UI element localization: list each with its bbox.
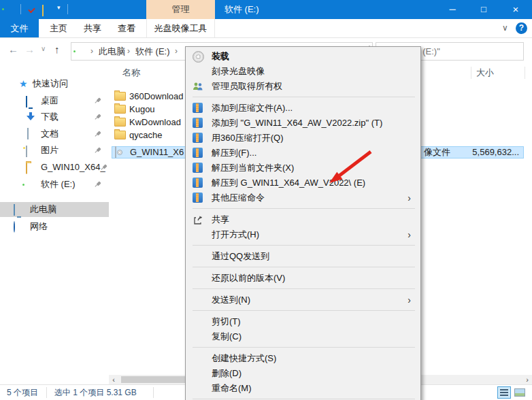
menu-separator xyxy=(193,97,415,97)
window-title: 软件 (E:) xyxy=(225,0,259,19)
sidebar-item-g-win10-folder[interactable]: G_WIN10_X64_ xyxy=(0,160,109,175)
pin-icon xyxy=(92,96,103,107)
sidebar-item-pictures[interactable]: 图片 xyxy=(0,143,109,158)
menu-item-label: 添加到 "G_WIN11_X64_AW_V2022.zip" (T) xyxy=(212,116,382,131)
tab-share[interactable]: 共享 xyxy=(76,19,109,37)
minimize-button[interactable]: ─ xyxy=(437,0,468,19)
menu-separator xyxy=(193,399,415,399)
file-size: 5,569,632... xyxy=(472,147,519,158)
breadcrumb-drive-e[interactable]: 软件 (E:) xyxy=(135,43,170,60)
menu-item-cut[interactable]: 剪切(T) xyxy=(186,314,420,329)
menu-item-label: 其他压缩命令 xyxy=(212,190,265,205)
menu-item-add-to-archive[interactable]: 添加到压缩文件(A)... xyxy=(186,101,420,116)
network-icon xyxy=(14,221,15,233)
menu-item-rename[interactable]: 重命名(M) xyxy=(186,381,420,396)
menu-separator xyxy=(193,310,415,311)
sidebar-item-label: 桌面 xyxy=(41,93,59,108)
menu-item-open-with[interactable]: 打开方式(H) › xyxy=(186,227,420,242)
zip-icon xyxy=(193,178,203,188)
menu-item-label: 解压到当前文件夹(X) xyxy=(212,161,294,176)
new-folder-qat-icon[interactable] xyxy=(42,5,44,16)
pin-icon xyxy=(92,180,103,190)
file-name: Kugou xyxy=(129,103,155,116)
menu-item-mount[interactable]: 装载 xyxy=(186,49,420,64)
computer-icon xyxy=(14,204,15,216)
items-count: 5 个项目 xyxy=(7,385,38,400)
menu-item-label: 装载 xyxy=(212,49,229,64)
people-icon xyxy=(193,82,203,93)
document-icon xyxy=(27,128,29,139)
menu-item-restore-previous-versions[interactable]: 还原以前的版本(V) xyxy=(186,271,420,286)
folder-icon xyxy=(114,118,126,127)
sidebar-item-documents[interactable]: 文档 xyxy=(0,127,109,141)
zip-icon xyxy=(193,133,203,143)
sidebar-item-label: 下载 xyxy=(41,110,59,124)
context-menu: 装载 刻录光盘映像 管理员取得所有权 添加到压缩文件(A)... 添加到 "G_… xyxy=(185,46,421,400)
tab-disc-image-tools[interactable]: 光盘映像工具 xyxy=(146,19,215,37)
sidebar-item-label: 网络 xyxy=(30,219,48,234)
sidebar-item-desktop[interactable]: 桌面 xyxy=(0,93,109,108)
desktop-icon xyxy=(26,96,27,107)
tab-view[interactable]: 查看 xyxy=(110,19,143,37)
history-chevron-icon[interactable]: ∨ xyxy=(41,45,46,52)
up-icon[interactable]: ↑ xyxy=(54,44,60,55)
manage-contextual-tab[interactable]: 管理 xyxy=(146,0,215,19)
menu-item-add-to-named-zip[interactable]: 添加到 "G_WIN11_X64_AW_V2022.zip" (T) xyxy=(186,116,420,131)
menu-separator xyxy=(193,347,415,348)
menu-item-label: 添加到压缩文件(A)... xyxy=(212,101,293,116)
tab-file[interactable]: 文件 xyxy=(0,19,39,37)
maximize-button[interactable]: □ xyxy=(468,0,499,19)
sidebar-item-network[interactable]: 网络 xyxy=(0,219,109,234)
close-button[interactable]: × xyxy=(499,0,532,19)
quick-access-star-icon: ★ xyxy=(19,76,28,91)
scroll-right-icon[interactable]: › xyxy=(522,375,532,384)
menu-item-delete[interactable]: 删除(D) xyxy=(186,366,420,381)
breadcrumb-this-pc[interactable]: 此电脑 xyxy=(99,43,125,60)
menu-item-label: 通过QQ发送到 xyxy=(212,249,269,264)
pin-icon xyxy=(92,129,103,140)
menu-item-take-ownership[interactable]: 管理员取得所有权 xyxy=(186,79,420,94)
selection-summary: 选中 1 个项目 5.31 GB xyxy=(54,385,137,400)
menu-item-send-to[interactable]: 发送到(N) › xyxy=(186,293,420,307)
menu-item-label: 发送到(N) xyxy=(212,293,250,307)
sidebar-item-label: G_WIN10_X64_ xyxy=(41,160,105,175)
menu-separator xyxy=(193,267,415,267)
menu-item-extract-to-named-folder[interactable]: 解压到 G_WIN11_X64_AW_V2022\ (E) xyxy=(186,176,420,190)
sidebar-item-label: 此电脑 xyxy=(30,202,56,217)
menu-item-open-with-360zip[interactable]: 用360压缩打开(Q) xyxy=(186,131,420,146)
collapse-ribbon-chevron-icon[interactable]: ∨ xyxy=(502,23,508,33)
qat-separator xyxy=(67,4,68,14)
back-icon[interactable]: ← xyxy=(8,44,18,55)
sidebar-item-downloads[interactable]: 下载 xyxy=(0,110,109,124)
folder-icon xyxy=(114,105,126,114)
menu-item-extract-here[interactable]: 解压到当前文件夹(X) xyxy=(186,161,420,176)
help-icon[interactable]: ? xyxy=(516,22,527,34)
scroll-left-icon[interactable]: ‹ xyxy=(109,375,118,384)
zip-icon xyxy=(193,148,203,158)
column-header-name[interactable]: 名称 xyxy=(122,65,140,80)
sidebar-item-quick-access[interactable]: ★ 快速访问 xyxy=(0,76,109,91)
pin-icon xyxy=(92,112,103,123)
column-divider[interactable] xyxy=(471,67,471,79)
menu-item-create-shortcut[interactable]: 创建快捷方式(S) xyxy=(186,351,420,366)
menu-item-burn-disc-image[interactable]: 刻录光盘映像 xyxy=(186,64,420,79)
menu-item-extract-to[interactable]: 解压到(F)... xyxy=(186,146,420,161)
column-divider[interactable] xyxy=(525,67,525,79)
pin-icon xyxy=(92,146,103,156)
menu-item-copy[interactable]: 复制(C) xyxy=(186,329,420,344)
column-header-size[interactable]: 大小 xyxy=(476,65,494,80)
qat-separator xyxy=(20,4,21,14)
menu-item-share[interactable]: 共享 xyxy=(186,212,420,227)
sidebar-item-this-pc[interactable]: 此电脑 xyxy=(0,202,109,217)
sidebar-item-drive-e[interactable]: 软件 (E:) xyxy=(0,177,109,192)
details-view-button[interactable] xyxy=(497,386,511,399)
qat-dropdown-icon[interactable]: ▾ xyxy=(57,4,61,11)
tab-home[interactable]: 主页 xyxy=(42,19,75,37)
thumbnail-view-button[interactable] xyxy=(513,386,527,399)
zip-icon xyxy=(193,163,203,173)
menu-item-send-via-qq[interactable]: 通过QQ发送到 xyxy=(186,249,420,264)
menu-item-other-compress-commands[interactable]: 其他压缩命令 › xyxy=(186,190,420,205)
menu-item-label: 重命名(M) xyxy=(212,381,252,396)
file-type: 像文件 xyxy=(424,147,450,158)
forward-icon[interactable]: → xyxy=(24,44,35,55)
